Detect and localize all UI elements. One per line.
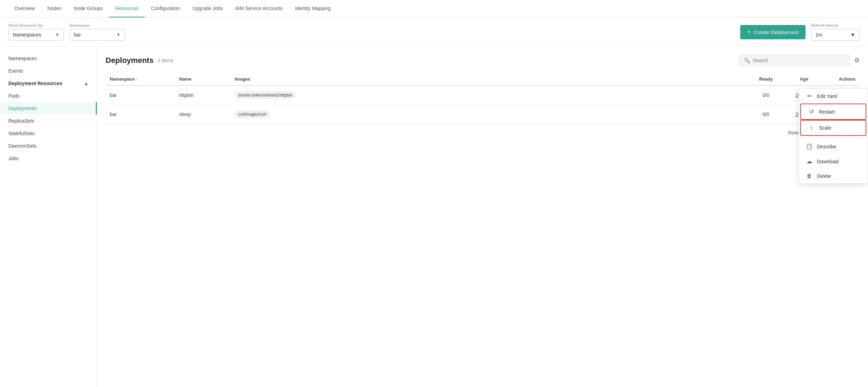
sidebar-item-jobs[interactable]: Jobs bbox=[0, 152, 97, 165]
nav-item-resources[interactable]: Resources bbox=[109, 0, 145, 17]
sidebar-item-replicasets[interactable]: ReplicaSets bbox=[0, 115, 97, 127]
show-resources-value: Namespaces bbox=[13, 32, 41, 38]
context-menu: ✏ Edit Yaml ↺ Restart ↕ Scale 📋 Describe… bbox=[799, 88, 868, 184]
show-resources-group: Show Resources By Namespaces ▼ bbox=[8, 23, 64, 41]
refresh-interval-value: 1m bbox=[816, 32, 822, 38]
header-actions: 🔍 ⚙ bbox=[739, 55, 860, 66]
sort-arrow-icon: ↑ bbox=[136, 77, 138, 81]
nav-item-identity[interactable]: Identity Mapping bbox=[289, 0, 337, 17]
nav-item-node-groups[interactable]: Node Groups bbox=[68, 0, 109, 17]
nav-item-nodes[interactable]: Nodes bbox=[41, 0, 67, 17]
content-title: Deployments bbox=[106, 56, 153, 65]
image-tag-0: docker.io/kennethreitz/httpbin bbox=[235, 91, 296, 99]
menu-item-scale-label: Scale bbox=[819, 125, 831, 131]
namespace-dropdown[interactable]: bar ▼ bbox=[69, 29, 125, 41]
download-icon: ☁ bbox=[806, 158, 813, 165]
cell-namespace-0: bar bbox=[106, 85, 175, 105]
cell-name-0: httpbin bbox=[175, 85, 231, 105]
sidebar-section-deployment-resources[interactable]: Deployment Resources ▲ bbox=[0, 77, 97, 90]
sidebar-item-daemonsets[interactable]: DaemonSets bbox=[0, 140, 97, 152]
cell-ready-0: 0/0 bbox=[749, 85, 783, 105]
edit-yaml-icon: ✏ bbox=[806, 93, 813, 99]
cell-image-1: curlimages/curl bbox=[231, 105, 749, 124]
menu-item-restart[interactable]: ↺ Restart bbox=[800, 104, 866, 120]
col-name: Name bbox=[175, 73, 231, 85]
menu-item-scale[interactable]: ↕ Scale bbox=[800, 120, 866, 136]
refresh-chevron-icon: ▼ bbox=[850, 32, 855, 38]
sidebar: Namespaces Events Deployment Resources ▲… bbox=[0, 47, 97, 387]
show-resources-label: Show Resources By bbox=[8, 23, 64, 27]
table-row: bar sleep curlimages/curl 0/0 20d 16h bbox=[106, 105, 860, 124]
sidebar-section-label: Deployment Resources bbox=[8, 81, 62, 86]
content-title-group: Deployments 2 items bbox=[106, 56, 173, 65]
sidebar-item-events[interactable]: Events bbox=[0, 65, 97, 77]
top-nav: Overview Nodes Node Groups Resources Con… bbox=[0, 0, 868, 18]
content-area: Deployments 2 items 🔍 ⚙ Namespace ↑ bbox=[97, 47, 868, 387]
cell-namespace-1: bar bbox=[106, 105, 175, 124]
sidebar-section-chevron-icon: ▲ bbox=[84, 81, 89, 86]
delete-icon: 🗑 bbox=[806, 173, 813, 179]
menu-item-edit-yaml-label: Edit Yaml bbox=[817, 93, 837, 99]
create-deployment-button[interactable]: + Create Deployment bbox=[740, 25, 806, 39]
table-footer: Rows per page: 10 ▼ 1-2 of 2 bbox=[106, 124, 860, 141]
restart-icon: ↺ bbox=[808, 108, 815, 115]
main-layout: Namespaces Events Deployment Resources ▲… bbox=[0, 47, 868, 387]
refresh-interval-dropdown[interactable]: 1m ▼ bbox=[811, 29, 860, 41]
col-actions: Actions bbox=[825, 73, 860, 85]
menu-item-download[interactable]: ☁ Download bbox=[799, 154, 868, 169]
table-row: bar httpbin docker.io/kennethreitz/httpb… bbox=[106, 85, 860, 105]
col-ready: Ready bbox=[749, 73, 783, 85]
sidebar-item-pods[interactable]: Pods bbox=[0, 90, 97, 102]
menu-item-restart-label: Restart bbox=[819, 109, 835, 115]
cell-image-0: docker.io/kennethreitz/httpbin bbox=[231, 85, 749, 105]
menu-item-download-label: Download bbox=[817, 159, 838, 164]
sidebar-item-deployments[interactable]: Deployments bbox=[0, 102, 97, 115]
gear-icon[interactable]: ⚙ bbox=[854, 57, 860, 64]
nav-item-upgrade-jobs[interactable]: Upgrade Jobs bbox=[186, 0, 229, 17]
search-icon: 🔍 bbox=[744, 58, 750, 63]
sidebar-item-namespaces[interactable]: Namespaces bbox=[0, 52, 97, 65]
namespace-chevron-icon: ▼ bbox=[116, 32, 120, 37]
refresh-interval-label: Refresh Interval bbox=[811, 23, 860, 27]
deployments-table: Namespace ↑ Name Images Ready Age Action… bbox=[106, 73, 860, 124]
item-count: 2 items bbox=[158, 58, 173, 63]
namespace-group: Namespace bar ▼ bbox=[69, 23, 125, 41]
col-namespace[interactable]: Namespace ↑ bbox=[106, 73, 175, 85]
menu-item-describe-label: Describe bbox=[817, 144, 836, 149]
menu-item-describe[interactable]: 📋 Describe bbox=[799, 139, 868, 154]
image-tag-1: curlimages/curl bbox=[235, 110, 270, 118]
namespace-label: Namespace bbox=[69, 23, 125, 27]
scale-icon: ↕ bbox=[808, 125, 815, 131]
menu-divider bbox=[799, 137, 868, 138]
create-deployment-label: Create Deployment bbox=[754, 29, 799, 35]
refresh-interval-group: Refresh Interval 1m ▼ bbox=[811, 23, 860, 41]
nav-item-configuration[interactable]: Configuration bbox=[145, 0, 186, 17]
col-age: Age bbox=[783, 73, 825, 85]
nav-item-overview[interactable]: Overview bbox=[8, 0, 41, 17]
menu-item-edit-yaml[interactable]: ✏ Edit Yaml bbox=[799, 89, 868, 104]
search-input[interactable] bbox=[753, 58, 845, 63]
table-header-row: Namespace ↑ Name Images Ready Age Action… bbox=[106, 73, 860, 85]
search-bar: 🔍 bbox=[739, 55, 850, 66]
describe-icon: 📋 bbox=[806, 143, 813, 150]
menu-item-delete[interactable]: 🗑 Delete bbox=[799, 169, 868, 183]
sidebar-item-statefulsets[interactable]: StatefulSets bbox=[0, 127, 97, 140]
show-resources-chevron-icon: ▼ bbox=[55, 32, 59, 37]
plus-icon: + bbox=[747, 28, 751, 36]
col-images: Images bbox=[231, 73, 749, 85]
namespace-value: bar bbox=[74, 32, 81, 38]
cell-ready-1: 0/0 bbox=[749, 105, 783, 124]
content-header: Deployments 2 items 🔍 ⚙ bbox=[106, 55, 860, 66]
show-resources-dropdown[interactable]: Namespaces ▼ bbox=[8, 29, 64, 41]
cell-name-1: sleep bbox=[175, 105, 231, 124]
toolbar: Show Resources By Namespaces ▼ Namespace… bbox=[0, 18, 868, 47]
menu-item-delete-label: Delete bbox=[817, 173, 831, 179]
nav-item-iam[interactable]: IAM Service Accounts bbox=[229, 0, 289, 17]
